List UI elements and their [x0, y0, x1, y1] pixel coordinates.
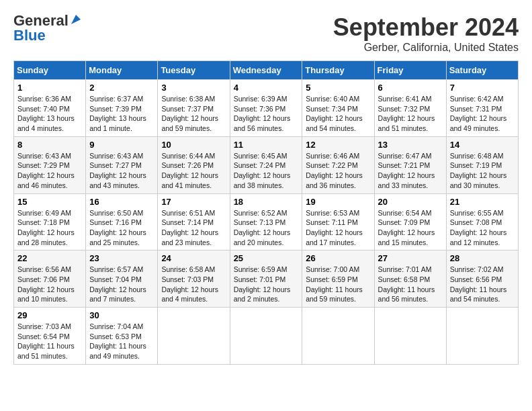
- day-info: Sunrise: 7:03 AMSunset: 6:54 PMDaylight:…: [17, 322, 75, 360]
- table-cell: 21 Sunrise: 6:55 AMSunset: 7:08 PMDaylig…: [446, 193, 518, 250]
- logo-arrow-icon: [70, 13, 82, 26]
- day-number: 30: [89, 310, 154, 320]
- col-thursday: Thursday: [302, 61, 374, 80]
- day-number: 26: [306, 253, 370, 263]
- day-info: Sunrise: 6:46 AMSunset: 7:22 PMDaylight:…: [306, 152, 363, 189]
- day-info: Sunrise: 6:52 AMSunset: 7:13 PMDaylight:…: [234, 209, 291, 246]
- day-info: Sunrise: 6:54 AMSunset: 7:09 PMDaylight:…: [378, 209, 435, 246]
- table-cell: 27 Sunrise: 7:01 AMSunset: 6:58 PMDaylig…: [374, 250, 446, 308]
- day-number: 1: [17, 83, 82, 93]
- col-wednesday: Wednesday: [230, 61, 302, 80]
- col-monday: Monday: [86, 61, 158, 80]
- day-info: Sunrise: 6:38 AMSunset: 7:37 PMDaylight:…: [161, 95, 218, 132]
- table-cell: 5 Sunrise: 6:40 AMSunset: 7:34 PMDayligh…: [302, 80, 374, 137]
- day-number: 3: [161, 83, 226, 93]
- day-number: 20: [378, 197, 443, 207]
- day-info: Sunrise: 6:49 AMSunset: 7:18 PMDaylight:…: [17, 209, 75, 246]
- table-cell: [158, 308, 230, 365]
- table-cell: 29 Sunrise: 7:03 AMSunset: 6:54 PMDaylig…: [14, 308, 86, 365]
- day-number: 16: [89, 197, 154, 207]
- table-cell: [302, 308, 374, 365]
- table-cell: 1 Sunrise: 6:36 AMSunset: 7:40 PMDayligh…: [14, 80, 86, 137]
- table-cell: 11 Sunrise: 6:45 AMSunset: 7:24 PMDaylig…: [230, 136, 302, 193]
- logo: General Blue: [13, 13, 82, 43]
- table-cell: 22 Sunrise: 6:56 AMSunset: 7:06 PMDaylig…: [14, 250, 86, 308]
- table-cell: 28 Sunrise: 7:02 AMSunset: 6:56 PMDaylig…: [446, 250, 518, 308]
- day-info: Sunrise: 6:57 AMSunset: 7:04 PMDaylight:…: [89, 265, 146, 303]
- logo-blue-text: Blue: [13, 28, 46, 43]
- table-cell: 6 Sunrise: 6:41 AMSunset: 7:32 PMDayligh…: [374, 80, 446, 137]
- col-tuesday: Tuesday: [158, 61, 230, 80]
- day-number: 22: [17, 253, 82, 263]
- table-cell: 25 Sunrise: 6:59 AMSunset: 7:01 PMDaylig…: [230, 250, 302, 308]
- day-number: 19: [306, 197, 370, 207]
- calendar-title: September 2024: [333, 13, 519, 42]
- col-saturday: Saturday: [446, 61, 518, 80]
- day-number: 9: [89, 140, 154, 150]
- table-cell: 4 Sunrise: 6:39 AMSunset: 7:36 PMDayligh…: [230, 80, 302, 137]
- table-cell: 13 Sunrise: 6:47 AMSunset: 7:21 PMDaylig…: [374, 136, 446, 193]
- table-cell: [374, 308, 446, 365]
- day-number: 6: [378, 83, 443, 93]
- day-info: Sunrise: 6:45 AMSunset: 7:24 PMDaylight:…: [234, 152, 291, 189]
- day-info: Sunrise: 6:59 AMSunset: 7:01 PMDaylight:…: [234, 265, 291, 303]
- table-cell: 30 Sunrise: 7:04 AMSunset: 6:53 PMDaylig…: [86, 308, 158, 365]
- table-cell: 20 Sunrise: 6:54 AMSunset: 7:09 PMDaylig…: [374, 193, 446, 250]
- table-cell: 15 Sunrise: 6:49 AMSunset: 7:18 PMDaylig…: [14, 193, 86, 250]
- day-number: 10: [161, 140, 226, 150]
- day-number: 5: [306, 83, 370, 93]
- day-info: Sunrise: 6:53 AMSunset: 7:11 PMDaylight:…: [306, 209, 363, 246]
- table-cell: 2 Sunrise: 6:37 AMSunset: 7:39 PMDayligh…: [86, 80, 158, 137]
- table-cell: 14 Sunrise: 6:48 AMSunset: 7:19 PMDaylig…: [446, 136, 518, 193]
- day-number: 7: [450, 83, 515, 93]
- table-cell: [446, 308, 518, 365]
- day-number: 24: [161, 253, 226, 263]
- day-info: Sunrise: 6:43 AMSunset: 7:29 PMDaylight:…: [17, 152, 75, 189]
- day-info: Sunrise: 6:39 AMSunset: 7:36 PMDaylight:…: [234, 95, 291, 132]
- day-info: Sunrise: 6:48 AMSunset: 7:19 PMDaylight:…: [450, 152, 507, 189]
- day-number: 15: [17, 197, 82, 207]
- day-info: Sunrise: 6:44 AMSunset: 7:26 PMDaylight:…: [161, 152, 218, 189]
- table-cell: 26 Sunrise: 7:00 AMSunset: 6:59 PMDaylig…: [302, 250, 374, 308]
- table-cell: 16 Sunrise: 6:50 AMSunset: 7:16 PMDaylig…: [86, 193, 158, 250]
- day-info: Sunrise: 6:43 AMSunset: 7:27 PMDaylight:…: [89, 152, 146, 189]
- day-info: Sunrise: 6:37 AMSunset: 7:39 PMDaylight:…: [89, 95, 146, 132]
- table-cell: 24 Sunrise: 6:58 AMSunset: 7:03 PMDaylig…: [158, 250, 230, 308]
- col-friday: Friday: [374, 61, 446, 80]
- day-info: Sunrise: 6:51 AMSunset: 7:14 PMDaylight:…: [161, 209, 218, 246]
- day-info: Sunrise: 6:41 AMSunset: 7:32 PMDaylight:…: [378, 95, 435, 132]
- day-number: 27: [378, 253, 443, 263]
- calendar-table: Sunday Monday Tuesday Wednesday Thursday…: [13, 60, 519, 365]
- day-info: Sunrise: 7:04 AMSunset: 6:53 PMDaylight:…: [89, 322, 146, 360]
- svg-marker-0: [71, 15, 81, 24]
- table-cell: [230, 308, 302, 365]
- day-number: 28: [450, 253, 515, 263]
- day-info: Sunrise: 7:02 AMSunset: 6:56 PMDaylight:…: [450, 265, 507, 303]
- table-cell: 10 Sunrise: 6:44 AMSunset: 7:26 PMDaylig…: [158, 136, 230, 193]
- day-number: 13: [378, 140, 443, 150]
- day-number: 14: [450, 140, 515, 150]
- table-cell: 9 Sunrise: 6:43 AMSunset: 7:27 PMDayligh…: [86, 136, 158, 193]
- table-cell: 17 Sunrise: 6:51 AMSunset: 7:14 PMDaylig…: [158, 193, 230, 250]
- table-cell: 7 Sunrise: 6:42 AMSunset: 7:31 PMDayligh…: [446, 80, 518, 137]
- table-cell: 12 Sunrise: 6:46 AMSunset: 7:22 PMDaylig…: [302, 136, 374, 193]
- day-number: 18: [234, 197, 299, 207]
- logo-general-text: General: [13, 13, 69, 28]
- day-info: Sunrise: 6:36 AMSunset: 7:40 PMDaylight:…: [17, 95, 75, 132]
- table-cell: 18 Sunrise: 6:52 AMSunset: 7:13 PMDaylig…: [230, 193, 302, 250]
- day-info: Sunrise: 7:00 AMSunset: 6:59 PMDaylight:…: [306, 265, 363, 303]
- day-info: Sunrise: 6:58 AMSunset: 7:03 PMDaylight:…: [161, 265, 218, 303]
- day-number: 17: [161, 197, 226, 207]
- day-number: 4: [234, 83, 299, 93]
- title-area: September 2024 Gerber, California, Unite…: [333, 13, 519, 54]
- day-info: Sunrise: 6:47 AMSunset: 7:21 PMDaylight:…: [378, 152, 435, 189]
- day-info: Sunrise: 6:50 AMSunset: 7:16 PMDaylight:…: [89, 209, 146, 246]
- table-cell: 23 Sunrise: 6:57 AMSunset: 7:04 PMDaylig…: [86, 250, 158, 308]
- day-info: Sunrise: 6:56 AMSunset: 7:06 PMDaylight:…: [17, 265, 75, 303]
- day-number: 29: [17, 310, 82, 320]
- day-number: 11: [234, 140, 299, 150]
- day-number: 2: [89, 83, 154, 93]
- day-info: Sunrise: 7:01 AMSunset: 6:58 PMDaylight:…: [378, 265, 435, 303]
- calendar-header-row: Sunday Monday Tuesday Wednesday Thursday…: [14, 61, 519, 80]
- table-cell: 3 Sunrise: 6:38 AMSunset: 7:37 PMDayligh…: [158, 80, 230, 137]
